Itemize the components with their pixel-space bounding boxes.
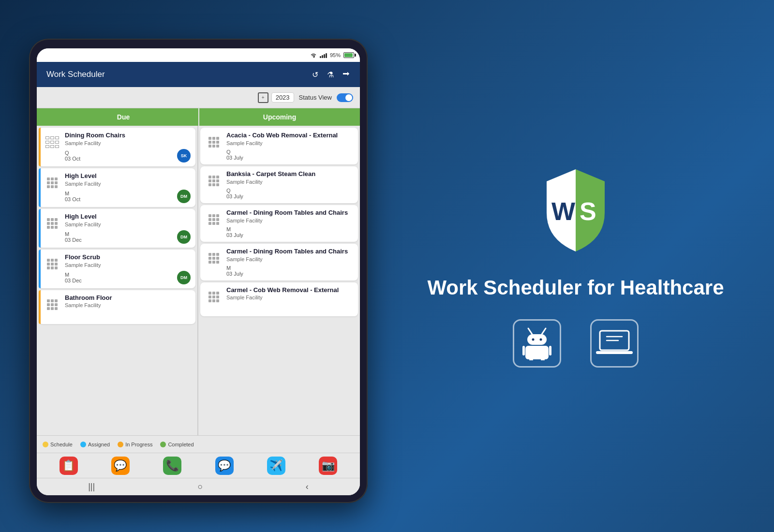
due-card-2[interactable]: High Level Sample Facility M 03 Oct DM bbox=[39, 168, 195, 207]
card-freq: M bbox=[65, 191, 80, 196]
card-title: Carmel - Cob Web Removal - External bbox=[226, 286, 353, 295]
nav-bar: ||| ○ ‹ bbox=[37, 478, 360, 495]
card-accent bbox=[39, 250, 41, 288]
card-facility: Sample Facility bbox=[226, 295, 353, 300]
card-title: Carmel - Dining Room Tables and Chairs bbox=[226, 209, 353, 217]
due-column-header: Due bbox=[37, 108, 198, 126]
card-icon-table bbox=[44, 133, 61, 151]
svg-line-2 bbox=[528, 328, 532, 334]
card-freq: Q bbox=[226, 149, 243, 155]
status-view-toggle[interactable] bbox=[337, 93, 353, 102]
card-title: High Level bbox=[65, 172, 191, 180]
card-icon-grid bbox=[205, 172, 223, 190]
toolbar: + 2023 Status View bbox=[37, 87, 360, 108]
upcoming-card-1[interactable]: Acacia - Cob Web Removal - External Samp… bbox=[200, 128, 358, 164]
card-content: Floor Scrub Sample Facility M 03 Dec DM bbox=[65, 253, 191, 284]
card-icon-grid bbox=[44, 296, 61, 313]
nav-back-icon[interactable]: ‹ bbox=[306, 482, 309, 492]
refresh-icon[interactable]: ↺ bbox=[312, 70, 318, 79]
columns-header: Due Upcoming bbox=[37, 108, 360, 126]
nav-menu-icon[interactable]: ||| bbox=[88, 482, 95, 492]
dock-app-1[interactable]: 📋 bbox=[60, 457, 78, 475]
card-content: Bathroom Floor Sample Facility bbox=[65, 294, 191, 311]
card-freq: M bbox=[226, 265, 243, 271]
tablet-frame: 95% Work Scheduler ↺ ⚗ ⮕ + 2023 bbox=[29, 39, 368, 503]
card-meta: M 03 Dec DM bbox=[65, 230, 191, 244]
card-freq: Q bbox=[226, 188, 243, 193]
upcoming-card-5[interactable]: Carmel - Cob Web Removal - External Samp… bbox=[200, 282, 358, 316]
card-facility: Sample Facility bbox=[65, 181, 191, 187]
legend-dot-inprogress bbox=[118, 442, 123, 447]
nav-home-icon[interactable]: ○ bbox=[198, 482, 203, 492]
card-title: Bathroom Floor bbox=[65, 294, 191, 302]
legend-completed: Completed bbox=[160, 442, 194, 447]
filter-icon[interactable]: ⚗ bbox=[327, 70, 334, 79]
dock-app-icon-3: 📞 bbox=[166, 459, 179, 472]
dock-app-6[interactable]: 📷 bbox=[319, 457, 337, 475]
card-facility: Sample Facility bbox=[226, 218, 353, 223]
card-meta: M 03 July bbox=[226, 265, 353, 277]
card-facility: Sample Facility bbox=[65, 262, 191, 268]
card-date: 03 Oct bbox=[65, 196, 80, 202]
svg-rect-9 bbox=[549, 346, 551, 355]
card-icon-grid bbox=[44, 255, 61, 273]
card-accent bbox=[39, 168, 41, 207]
upcoming-card-3[interactable]: Carmel - Dining Room Tables and Chairs S… bbox=[200, 205, 358, 242]
android-icon-box bbox=[513, 319, 561, 368]
card-content: Carmel - Dining Room Tables and Chairs S… bbox=[226, 209, 353, 238]
card-freq: Q bbox=[65, 150, 80, 156]
card-facility: Sample Facility bbox=[65, 222, 191, 227]
status-view-label: Status View bbox=[299, 94, 332, 101]
card-icon-grid bbox=[44, 215, 61, 232]
app-name-title: Work Scheduler for Healthcare bbox=[427, 276, 724, 300]
app-title: Work Scheduler bbox=[46, 70, 105, 79]
laptop-icon-box bbox=[590, 319, 639, 368]
legend-inprogress: In Progress bbox=[118, 442, 152, 447]
platform-icons bbox=[513, 319, 639, 368]
legend-inprogress-label: In Progress bbox=[125, 442, 152, 447]
upcoming-card-4[interactable]: Carmel - Dining Room Tables and Chairs S… bbox=[200, 244, 358, 281]
svg-rect-15 bbox=[596, 351, 633, 354]
due-card-1[interactable]: Dining Room Chairs Sample Facility Q 03 … bbox=[39, 128, 195, 166]
dock-app-5[interactable]: ✈️ bbox=[267, 457, 285, 475]
calendar-add-icon[interactable]: + bbox=[258, 92, 268, 103]
card-content: Carmel - Cob Web Removal - External Samp… bbox=[226, 286, 353, 304]
dock-app-4[interactable]: 💬 bbox=[215, 457, 234, 475]
card-freq: M bbox=[65, 272, 82, 278]
dock-app-icon-2: 💬 bbox=[114, 459, 127, 472]
upcoming-card-2[interactable]: Banksia - Carpet Steam Clean Sample Faci… bbox=[200, 166, 358, 203]
legend-assigned: Assigned bbox=[80, 442, 110, 447]
due-card-3[interactable]: High Level Sample Facility M 03 Dec DM bbox=[39, 209, 195, 248]
legend-completed-label: Completed bbox=[168, 442, 194, 447]
legend-schedule: Schedule bbox=[43, 442, 73, 447]
logout-icon[interactable]: ⮕ bbox=[342, 70, 350, 79]
card-icon-grid bbox=[44, 174, 61, 192]
card-facility: Sample Facility bbox=[226, 256, 353, 262]
dock-app-2[interactable]: 💬 bbox=[111, 457, 130, 475]
card-content: High Level Sample Facility M 03 Oct DM bbox=[65, 172, 191, 203]
card-title: High Level bbox=[65, 213, 191, 221]
svg-line-3 bbox=[542, 328, 546, 334]
dock-app-3[interactable]: 📞 bbox=[163, 457, 181, 475]
card-meta: M 03 Oct DM bbox=[65, 190, 191, 203]
card-accent bbox=[39, 290, 41, 324]
card-icon-grid bbox=[205, 133, 223, 151]
upcoming-column-header[interactable]: Upcoming bbox=[198, 108, 360, 126]
card-facility: Sample Facility bbox=[226, 179, 353, 185]
card-accent bbox=[39, 209, 41, 248]
svg-point-6 bbox=[540, 339, 542, 341]
due-card-5[interactable]: Bathroom Floor Sample Facility bbox=[39, 290, 195, 324]
card-content: High Level Sample Facility M 03 Dec DM bbox=[65, 213, 191, 244]
app-dock: 📋 💬 📞 💬 ✈️ 📷 bbox=[37, 453, 360, 478]
card-facility: Sample Facility bbox=[65, 140, 191, 146]
toggle-knob bbox=[345, 94, 352, 101]
due-label[interactable]: Due bbox=[48, 108, 198, 126]
card-accent bbox=[39, 128, 41, 166]
legend-schedule-label: Schedule bbox=[50, 442, 73, 447]
card-title: Banksia - Carpet Steam Clean bbox=[226, 170, 353, 178]
card-icon-grid bbox=[205, 288, 223, 306]
laptop-icon bbox=[595, 329, 634, 358]
wifi-icon bbox=[310, 52, 317, 58]
battery-percent: 95% bbox=[330, 52, 341, 58]
due-card-4[interactable]: Floor Scrub Sample Facility M 03 Dec DM bbox=[39, 250, 195, 288]
